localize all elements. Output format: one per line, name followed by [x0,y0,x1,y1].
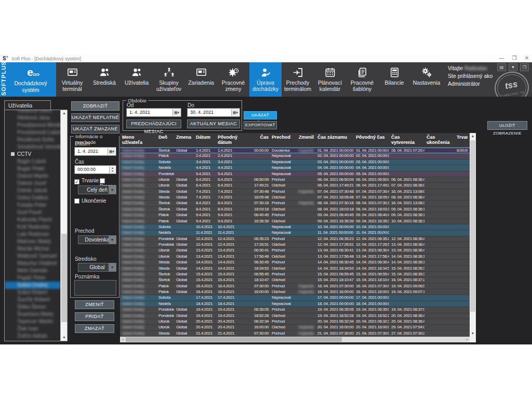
tree-item-user[interactable]: Sobol Ondrej [5,282,61,289]
close-button[interactable]: ✕ [523,55,530,61]
nav-item-pracovn-abl-ny[interactable]: Pracovné šablóny [346,62,378,97]
table-row[interactable]: Sobol OndrejPiatokGlobal16.4.202116.4.20… [120,289,470,295]
table-row[interactable]: Sobol OndrejSobota17.4.202117.4.2021Nepr… [120,295,470,301]
column-header[interactable]: Pôvodný čas [354,133,389,147]
tree-item-user[interactable]: Matkovič Samuel [5,252,61,260]
export-button[interactable]: EXPORTOVAŤ [244,121,277,129]
column-header[interactable]: Čas vytvorenia [389,133,424,147]
tree-item-user[interactable]: Topercer Martin [5,318,61,325]
column-header[interactable]: Meno užívateľa [120,133,156,147]
calendar-picker-icon[interactable]: ▦▾ [172,109,180,116]
table-row[interactable]: Sobol OndrejNedeľa18.4.202118.4.2021Nepr… [120,301,470,307]
tree-item-user[interactable]: Kalivoda Pavol [5,216,61,223]
table-row[interactable]: Sobol OndrejPondelokGlobal19.4.202119.4.… [120,313,470,319]
table-row[interactable]: Sobol OndrejPiatok2.4.20212.4.2021Neprac… [120,153,470,159]
column-header[interactable]: Trvanie [455,133,468,147]
tree-item-user[interactable]: Dekret Jozef [5,180,61,187]
nav-item-virtu-lny-termin-l[interactable]: Virtuálny terminál [56,62,88,97]
table-row[interactable]: Sobol OndrejPondelokGlobal12.4.202112.4.… [120,242,470,248]
table-row[interactable]: Sobol OndrejPondelokGlobal19.4.202119.4.… [120,307,470,313]
tree-item-user[interactable]: Malovec Matej [5,238,61,245]
table-row[interactable]: Sobol OndrejUtorokGlobal13.4.202113.4.20… [120,248,470,254]
table-row[interactable]: Sobol OndrejŠtvrtokGlobal1.4.20211.4.202… [120,148,470,153]
calendar-picker-icon[interactable]: ▦▾ [108,148,115,155]
nav-item-zariadenia[interactable]: Zariadenia [185,62,217,97]
tree-item-user[interactable]: Sobol Róbert [5,289,61,296]
tree-item-user[interactable]: Žufčín Adrián [5,332,61,340]
tree-item-user[interactable]: Dekret Martin [5,172,61,180]
brand-module-tile[interactable]: SOFTPLUS eDO Dochádzkový systém [0,62,56,97]
show-invalid-button[interactable]: UKÁZAŤ NEPLATNÉ [71,113,119,122]
tree-item-user[interactable]: Malucha Vladimír [5,260,61,267]
scrollbar-thumb[interactable] [61,234,67,322]
previous-month-button[interactable]: PREDCHÁDZAJÚCI MESIAC [126,119,181,128]
add-button[interactable]: PRIDAŤ [75,312,114,321]
scroll-left-icon[interactable]: ‹ [120,337,126,342]
table-horizontal-scrollbar[interactable]: ‹ › [120,337,470,342]
tab-users[interactable]: Užívatelia [4,100,51,110]
table-row[interactable]: Sobol OndrejNedeľa11.4.202111.4.2021Nepr… [120,230,470,236]
table-row[interactable]: Sobol OndrejSobota3.4.20213.4.2021Neprac… [120,159,470,165]
tree-item-user[interactable]: Považanová Ľubomíra [5,129,61,136]
table-row[interactable]: Sobol OndrejŠtvrtokGlobal8.4.20218.4.202… [120,201,470,206]
nav-item-skupiny-u-vate-ov[interactable]: Skupiny užívateľov [153,62,185,97]
tree-item-user[interactable]: Hatalová Ivana [5,110,61,114]
table-row[interactable]: Sobol OndrejStredaGlobal21.4.202121.4.20… [120,331,470,337]
table-row[interactable]: Sobol OndrejUtorokGlobal20.4.202120.4.20… [120,319,470,325]
nav-item-pl-novac-kalend-r[interactable]: Plánovací kalendár [314,62,346,97]
scrollbar-thumb[interactable] [126,337,342,342]
expand-icon[interactable] [11,152,15,156]
table-row[interactable]: Sobol OndrejNedeľa4.4.20214.4.2021Neprac… [120,165,470,171]
table-row[interactable]: Sobol OndrejŠtvrtokGlobal8.4.20218.4.202… [120,207,470,212]
date-from-input[interactable]: 1. 4. 2021▦▾ [126,108,181,117]
scroll-down-icon[interactable]: ▼ [470,330,476,337]
table-row[interactable]: Sobol OndrejUtorokGlobal20.4.202120.4.20… [120,325,470,330]
nav-item-bilancie[interactable]: Bilancie [378,62,410,97]
table-row[interactable]: Sobol OndrejPiatokGlobal9.4.20219.4.2021… [120,219,470,224]
tree-item-user[interactable]: Šiška Šimon [5,303,61,311]
tree-item-user[interactable]: Dolný Dalibor [5,194,61,202]
tree-item-user[interactable]: Pagáč Peter [5,274,61,282]
table-row[interactable]: Sobol OndrejStredaGlobal14.4.202114.4.20… [120,266,470,272]
delete-button[interactable]: ZMAZAŤ [75,324,114,333]
table-row[interactable]: Sobol OndrejUtorokGlobal6.4.20216.4.2021… [120,177,470,183]
table-row[interactable]: Sobol OndrejPondelok5.4.20215.4.2021Nepr… [120,171,470,177]
tree-item-user[interactable]: Dolník Jakub [5,187,61,194]
allday-select[interactable]: Celý deň▼ [78,185,116,194]
nav-item-nastavenia[interactable]: Nastavenia [410,62,443,97]
tree-item-user[interactable]: Bagin Ľuboš [5,158,61,165]
minimize-button[interactable]: — [498,55,505,61]
save-view-button[interactable]: ULOŽIŤ ZOBRAZENIE [487,121,527,130]
transition-select[interactable]: Dovolenka▼ [78,235,116,244]
table-vertical-scrollbar[interactable]: ▲ ▼ [470,133,476,337]
center-select[interactable]: Global▼ [78,263,116,272]
duration-checkbox[interactable]: ✓Trvanie [74,178,99,184]
ending-checkbox[interactable]: Ukončenie [74,198,106,204]
date-to-input[interactable]: 30. 4. 2021▦▾ [187,108,240,117]
table-row[interactable]: Sobol OndrejStredaGlobal7.4.20217.4.2021… [120,189,470,195]
column-header[interactable]: Prechod [270,133,297,147]
show-snapshots-button[interactable]: UKÁZAŤ SNÍMKY [244,111,277,119]
column-header[interactable]: Deň [156,133,174,147]
nav-item--prava-doch-dzky[interactable]: Úprava dochádzky [249,62,282,97]
table-row[interactable]: Sobol OndrejStredaGlobal7.4.20217.4.2021… [120,195,470,201]
time-spinner[interactable]: ▲▼ [109,166,115,173]
save-icon[interactable]: ▤ [497,63,506,71]
scrollbar-thumb[interactable] [470,140,475,312]
table-row[interactable]: Sobol OndrejPiatokGlobal9.4.20219.4.2021… [120,212,470,218]
tree-group[interactable]: CCTV [5,151,61,158]
table-row[interactable]: Sobol OndrejStredaGlobal14.4.202114.4.20… [120,260,470,265]
table-row[interactable]: Sobol OndrejSobota10.4.202110.4.2021Nepr… [120,224,470,230]
tree-item-user[interactable]: Hlinková Jana [5,114,61,122]
nav-item-u-vatelia[interactable]: Užívatelia [121,62,153,97]
scroll-up-icon[interactable]: ▲ [61,110,68,116]
change-button[interactable]: ZMENIŤ [75,300,114,309]
table-row[interactable]: Sobol OndrejPiatokGlobal16.4.202116.4.20… [120,284,470,289]
nav-item-prechody-termin-lom[interactable]: Prechody terminálom [282,62,314,97]
column-header[interactable]: Pôvodný dátum [216,133,246,147]
column-header[interactable]: Čas [246,133,270,147]
column-header[interactable]: Zmenil [297,133,315,147]
table-row[interactable]: Sobol OndrejUtorokGlobal6.4.20216.4.2021… [120,183,470,189]
column-header[interactable]: Čas ukončenia [424,133,455,147]
tree-item-user[interactable]: Bugár Peter [5,165,61,172]
